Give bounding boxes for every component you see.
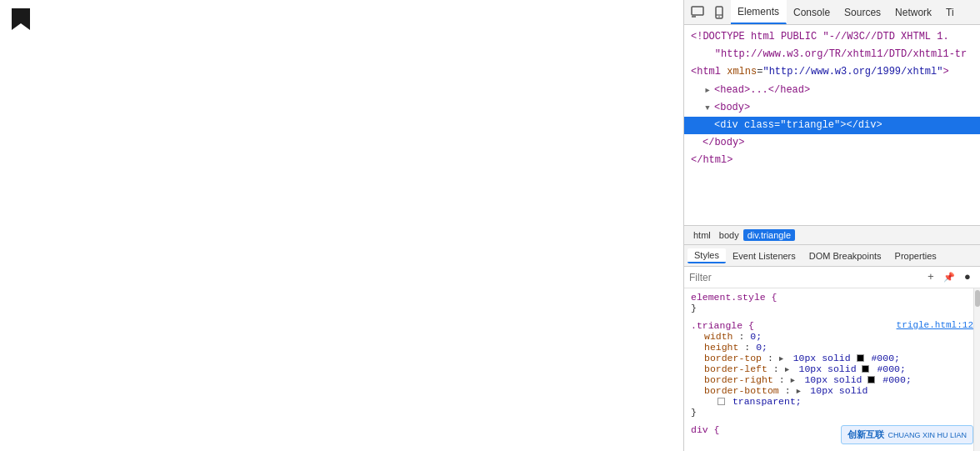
tab-console[interactable]: Console [787, 0, 838, 24]
html-source-panel: <!DOCTYPE html PUBLIC "-//W3C//DTD XHTML… [684, 25, 980, 225]
svg-marker-0 [12, 8, 30, 30]
rule-selector-line: element.style { [691, 292, 973, 303]
scrollbar[interactable] [973, 288, 980, 451]
source-line[interactable]: </body> [684, 134, 980, 152]
svg-rect-1 [692, 7, 703, 15]
tab-sources[interactable]: Sources [838, 0, 888, 24]
breadcrumb-html[interactable]: html [689, 229, 715, 241]
css-property-border-bottom: border-bottom : ► 10px solid [691, 385, 973, 396]
source-line[interactable]: "http://www.w3.org/TR/xhtml1/DTD/xhtml1-… [684, 46, 980, 63]
tab-elements[interactable]: Elements [731, 0, 787, 24]
webpage-preview [0, 0, 683, 451]
border-left-expand[interactable]: ► [785, 366, 793, 374]
border-bottom-expand[interactable]: ► [796, 388, 804, 396]
element-style-rule: element.style { } [691, 292, 973, 313]
rule-close-line: } [691, 407, 973, 418]
dot-menu-button[interactable]: ● [960, 270, 975, 285]
source-link[interactable]: trigle.html:12 [897, 320, 973, 330]
watermark-subtext: CHUANG XIN HU LIAN [888, 431, 967, 439]
css-property-height: height : 0; [691, 342, 973, 353]
transparent-color-swatch[interactable] [718, 398, 725, 405]
css-property-border-bottom-value: transparent; [691, 396, 973, 407]
border-right-color-swatch[interactable] [868, 376, 875, 383]
watermark-badge: 创新互联 CHUANG XIN HU LIAN [841, 425, 973, 444]
css-property-border-left: border-left : ► 10px solid #000; [691, 363, 973, 374]
tab-styles[interactable]: Styles [688, 248, 726, 263]
filter-bar: + 📌 ● [684, 267, 980, 288]
tab-timeline[interactable]: Ti [939, 0, 962, 24]
devtools-toolbar: Elements Console Sources Network Ti [684, 0, 980, 25]
css-property-border-top: border-top : ► 10px solid #000; [691, 353, 973, 363]
svg-point-5 [718, 16, 720, 18]
styles-subtabs: Styles Event Listeners DOM Breakpoints P… [684, 245, 980, 267]
device-mode-button[interactable] [709, 3, 729, 23]
border-right-expand[interactable]: ► [791, 377, 799, 385]
selected-element-line[interactable]: <div class= "triangle" ></div> [684, 117, 980, 134]
inspect-element-button[interactable] [688, 3, 708, 23]
source-line[interactable]: <html xmlns = "http://www.w3.org/1999/xh… [684, 63, 980, 81]
watermark-text: 创新互联 [848, 428, 884, 441]
triangle-rule: .triangle { trigle.html:12 width : 0; he… [691, 320, 973, 418]
css-property-width: width : 0; [691, 331, 973, 342]
filter-input[interactable] [689, 272, 923, 283]
pin-style-button[interactable]: 📌 [942, 270, 957, 285]
devtools-tabs: Elements Console Sources Network Ti [731, 0, 962, 24]
border-top-expand[interactable]: ► [779, 355, 788, 363]
border-left-color-swatch[interactable] [862, 365, 869, 373]
source-line[interactable]: ▼ <body> [684, 99, 980, 117]
css-rules-panel: element.style { } .triangle { trigle.htm… [684, 288, 980, 451]
tab-properties[interactable]: Properties [888, 249, 943, 263]
expand-head-button[interactable]: ► [702, 86, 712, 96]
breadcrumb-div-triangle[interactable]: div.triangle [743, 229, 795, 241]
border-top-color-swatch[interactable] [857, 354, 864, 362]
tab-dom-breakpoints[interactable]: DOM Breakpoints [802, 249, 888, 263]
source-line[interactable]: <!DOCTYPE html PUBLIC "-//W3C//DTD XHTML… [684, 28, 980, 46]
tab-network[interactable]: Network [888, 0, 939, 24]
tab-event-listeners[interactable]: Event Listeners [726, 249, 802, 263]
breadcrumb-body[interactable]: body [715, 229, 743, 241]
source-line[interactable]: ► <head>...</head> [684, 82, 980, 99]
collapse-body-button[interactable]: ▼ [702, 103, 712, 113]
rule-selector-line: .triangle { trigle.html:12 [691, 320, 973, 331]
css-property-border-right: border-right : ► 10px solid #000; [691, 374, 973, 385]
bookmark-icon [12, 8, 30, 30]
add-style-rule-button[interactable]: + [923, 270, 938, 285]
filter-icons: + 📌 ● [923, 270, 975, 285]
source-line[interactable]: </html> [684, 152, 980, 169]
rule-close-line: } [691, 303, 973, 313]
breadcrumb-bar: html body div.triangle [684, 225, 980, 245]
scrollbar-thumb[interactable] [975, 290, 980, 307]
devtools-panel: Elements Console Sources Network Ti <!DO… [683, 0, 980, 451]
